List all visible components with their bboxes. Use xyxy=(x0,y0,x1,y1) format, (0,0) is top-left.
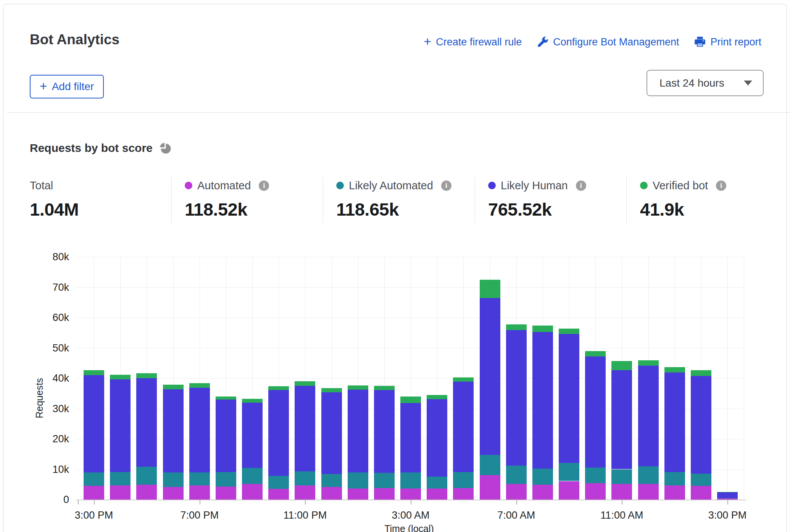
info-icon[interactable]: i xyxy=(441,181,451,191)
bar-segment-automated[interactable] xyxy=(136,485,157,500)
bar-segment-likely-human[interactable] xyxy=(374,390,395,473)
bar-segment-verified-bot[interactable] xyxy=(216,397,236,400)
bar-segment-verified-bot[interactable] xyxy=(506,324,527,330)
bar-segment-likely-automated[interactable] xyxy=(506,466,527,484)
bar-segment-likely-automated[interactable] xyxy=(321,474,342,487)
bar-segment-likely-automated[interactable] xyxy=(717,498,738,499)
bar-segment-likely-automated[interactable] xyxy=(480,455,500,475)
bar-segment-verified-bot[interactable] xyxy=(480,280,500,298)
bar-segment-likely-human[interactable] xyxy=(480,298,500,455)
bar-segment-likely-human[interactable] xyxy=(321,392,342,474)
bar-segment-likely-human[interactable] xyxy=(717,492,738,498)
bar-segment-verified-bot[interactable] xyxy=(638,360,659,366)
bar-segment-verified-bot[interactable] xyxy=(242,399,263,403)
bar-segment-likely-human[interactable] xyxy=(453,382,474,472)
bar-segment-likely-human[interactable] xyxy=(242,403,263,468)
print-report-link[interactable]: Print report xyxy=(694,36,761,48)
bar-segment-likely-automated[interactable] xyxy=(242,468,263,484)
bar-segment-verified-bot[interactable] xyxy=(321,388,342,392)
bar-segment-likely-automated[interactable] xyxy=(400,472,421,488)
bar-segment-likely-automated[interactable] xyxy=(216,472,236,486)
info-icon[interactable]: i xyxy=(716,181,726,191)
bar-segment-likely-human[interactable] xyxy=(585,356,606,468)
bar-segment-likely-automated[interactable] xyxy=(585,468,606,483)
bar-segment-automated[interactable] xyxy=(84,486,104,500)
bar-segment-automated[interactable] xyxy=(189,485,210,500)
bar-segment-likely-automated[interactable] xyxy=(427,477,447,488)
bar-segment-verified-bot[interactable] xyxy=(268,386,289,390)
bar-segment-verified-bot[interactable] xyxy=(110,375,131,379)
bar-segment-automated[interactable] xyxy=(268,489,289,500)
bar-segment-likely-automated[interactable] xyxy=(348,472,368,488)
bar-segment-likely-human[interactable] xyxy=(189,388,210,472)
info-icon[interactable]: i xyxy=(259,181,269,191)
bar-segment-likely-human[interactable] xyxy=(691,376,711,473)
bar-segment-likely-human[interactable] xyxy=(611,370,632,469)
bar-segment-automated[interactable] xyxy=(374,488,395,500)
create-firewall-rule-link[interactable]: + Create firewall rule xyxy=(424,35,522,48)
bar-segment-verified-bot[interactable] xyxy=(664,367,685,372)
bar-segment-verified-bot[interactable] xyxy=(136,373,157,378)
bar-segment-likely-automated[interactable] xyxy=(611,469,632,484)
bar-segment-verified-bot[interactable] xyxy=(295,381,315,386)
bar-segment-likely-automated[interactable] xyxy=(136,467,157,485)
bar-segment-verified-bot[interactable] xyxy=(189,383,210,388)
bar-segment-likely-automated[interactable] xyxy=(532,469,553,485)
bar-segment-likely-human[interactable] xyxy=(506,330,527,466)
bar-segment-automated[interactable] xyxy=(664,485,685,500)
bar-segment-automated[interactable] xyxy=(559,481,579,500)
bar-segment-automated[interactable] xyxy=(110,485,131,500)
bar-segment-likely-human[interactable] xyxy=(295,386,315,471)
bar-segment-automated[interactable] xyxy=(532,485,553,500)
bar-segment-verified-bot[interactable] xyxy=(453,377,474,382)
bar-segment-automated[interactable] xyxy=(638,484,659,500)
bar-segment-verified-bot[interactable] xyxy=(348,385,368,390)
bar-segment-likely-human[interactable] xyxy=(216,400,236,472)
bar-segment-likely-automated[interactable] xyxy=(664,472,685,485)
bar-segment-verified-bot[interactable] xyxy=(559,329,579,334)
bar-segment-likely-human[interactable] xyxy=(163,389,184,473)
bar-segment-likely-automated[interactable] xyxy=(559,463,579,481)
bar-segment-likely-human[interactable] xyxy=(664,372,685,472)
bar-segment-verified-bot[interactable] xyxy=(163,385,184,389)
bar-segment-automated[interactable] xyxy=(321,487,342,500)
bar-segment-automated[interactable] xyxy=(427,488,447,500)
bar-segment-likely-human[interactable] xyxy=(532,332,553,469)
bar-segment-automated[interactable] xyxy=(216,487,236,500)
bar-segment-likely-automated[interactable] xyxy=(374,473,395,488)
bar-segment-automated[interactable] xyxy=(242,484,263,500)
bar-segment-automated[interactable] xyxy=(691,486,711,500)
bar-segment-verified-bot[interactable] xyxy=(611,361,632,370)
bar-segment-likely-automated[interactable] xyxy=(295,471,315,485)
bar-segment-automated[interactable] xyxy=(453,488,474,500)
bar-segment-automated[interactable] xyxy=(506,484,527,500)
bar-segment-likely-automated[interactable] xyxy=(163,472,184,487)
bar-segment-likely-human[interactable] xyxy=(427,399,447,477)
bar-segment-likely-human[interactable] xyxy=(348,390,368,472)
bar-segment-automated[interactable] xyxy=(717,498,738,500)
bar-segment-verified-bot[interactable] xyxy=(585,351,606,356)
bar-segment-automated[interactable] xyxy=(585,483,606,500)
bar-segment-likely-human[interactable] xyxy=(110,379,131,472)
bar-segment-automated[interactable] xyxy=(400,488,421,500)
bar-segment-likely-automated[interactable] xyxy=(638,466,659,484)
bar-segment-verified-bot[interactable] xyxy=(400,397,421,403)
bar-segment-likely-human[interactable] xyxy=(136,378,157,467)
bar-segment-verified-bot[interactable] xyxy=(691,370,711,376)
bar-segment-automated[interactable] xyxy=(163,487,184,500)
bar-segment-likely-human[interactable] xyxy=(638,366,659,466)
bar-segment-likely-human[interactable] xyxy=(400,403,421,472)
bar-segment-likely-automated[interactable] xyxy=(268,476,289,489)
bar-segment-likely-automated[interactable] xyxy=(453,472,474,488)
bar-segment-likely-automated[interactable] xyxy=(84,472,104,486)
bar-segment-verified-bot[interactable] xyxy=(374,386,395,390)
info-icon[interactable]: i xyxy=(576,181,586,191)
bar-segment-likely-automated[interactable] xyxy=(189,472,210,485)
bar-segment-automated[interactable] xyxy=(480,475,500,500)
bar-segment-automated[interactable] xyxy=(295,485,315,500)
bar-segment-automated[interactable] xyxy=(348,488,368,500)
time-range-select[interactable]: Last 24 hours xyxy=(647,70,764,96)
bar-segment-verified-bot[interactable] xyxy=(532,326,553,332)
bar-segment-verified-bot[interactable] xyxy=(717,492,738,492)
bar-segment-likely-automated[interactable] xyxy=(691,474,711,486)
